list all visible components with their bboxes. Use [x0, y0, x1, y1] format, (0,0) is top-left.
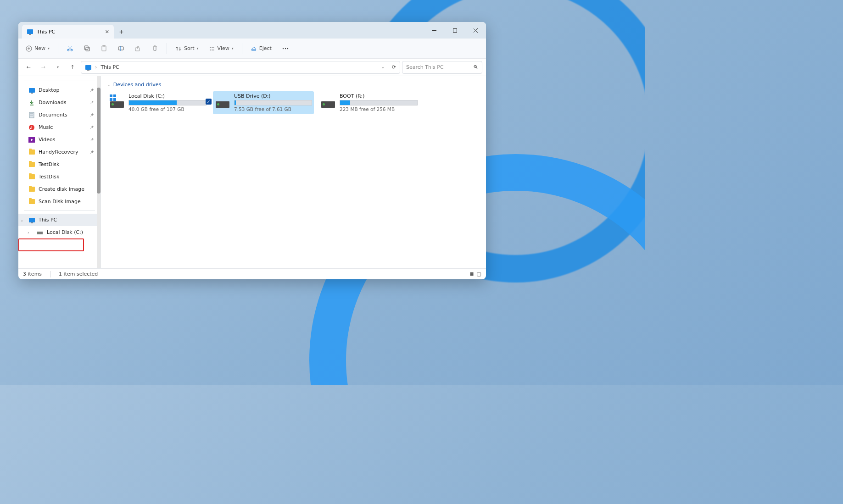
- file-explorer-window: This PC ✕ ＋ New ▾ Sort ▾ Vie: [18, 22, 486, 279]
- drive-name: BOOT (R:): [340, 93, 418, 99]
- separator: [24, 210, 95, 211]
- refresh-button[interactable]: ⟳: [392, 64, 396, 70]
- sidebar-item-label: Downloads: [39, 100, 66, 105]
- chevron-down-icon: ▾: [232, 46, 234, 50]
- separator: [242, 43, 242, 54]
- drive-icon: [37, 229, 43, 236]
- cut-button[interactable]: [63, 42, 77, 55]
- chevron-right-icon[interactable]: ›: [28, 230, 29, 235]
- recent-button[interactable]: ▾: [51, 61, 64, 74]
- drive-local-disk-c-[interactable]: Local Disk (C:) 40.0 GB free of 107 GB: [107, 91, 208, 114]
- drive-name: Local Disk (C:): [128, 93, 207, 99]
- eject-label: Eject: [259, 45, 272, 51]
- sidebar-item-this-pc[interactable]: ⌄ This PC: [18, 214, 100, 226]
- drive-usage-bar: [340, 100, 418, 105]
- chevron-down-icon[interactable]: ⌄: [381, 65, 385, 69]
- sidebar-item-scan-disk-image[interactable]: Scan Disk Image: [18, 195, 100, 208]
- drive-usage-bar: [128, 100, 207, 105]
- details-view-button[interactable]: ≣: [469, 271, 474, 277]
- sidebar-item-local-disk[interactable]: › Local Disk (C:): [18, 226, 100, 238]
- svg-line-9: [68, 46, 72, 50]
- sidebar-item-testdisk[interactable]: TestDisk: [18, 158, 100, 171]
- sidebar-item-music[interactable]: Music 📌︎: [18, 121, 100, 133]
- sidebar-item-label: Music: [39, 124, 53, 130]
- sidebar-item-videos[interactable]: Videos 📌︎: [18, 133, 100, 146]
- scissors-icon: [67, 45, 73, 52]
- chevron-down-icon: ▾: [197, 46, 199, 50]
- close-tab-icon[interactable]: ✕: [105, 29, 109, 35]
- sidebar-item-desktop[interactable]: Desktop 📌︎: [18, 84, 100, 96]
- svg-line-10: [68, 46, 72, 50]
- search-box[interactable]: Search This PC 🔍︎: [402, 61, 482, 74]
- monitor-icon: [85, 64, 91, 71]
- section-devices-header[interactable]: ⌄ Devices and drives: [107, 80, 480, 91]
- sort-label: Sort: [184, 45, 195, 51]
- check-icon: ✓: [206, 99, 212, 105]
- sidebar-scrollbar[interactable]: [97, 76, 100, 268]
- sidebar-item-downloads[interactable]: Downloads 📌︎: [18, 96, 100, 109]
- svg-rect-11: [84, 46, 88, 50]
- share-button[interactable]: [131, 42, 145, 55]
- sidebar-item-documents[interactable]: Documents 📌︎: [18, 109, 100, 121]
- svg-point-24: [285, 48, 286, 49]
- body: Desktop 📌︎ Downloads 📌︎ Documents 📌︎ Mus…: [18, 76, 486, 268]
- separator: [50, 271, 50, 277]
- sort-button[interactable]: Sort ▾: [172, 42, 202, 55]
- pin-icon: 📌︎: [89, 88, 94, 93]
- svg-rect-12: [86, 47, 89, 51]
- drive-boot-r-[interactable]: BOOT (R:) 223 MB free of 256 MB: [318, 91, 419, 114]
- forward-button[interactable]: →: [37, 61, 50, 74]
- sort-icon: [175, 45, 182, 52]
- close-window-button[interactable]: [465, 22, 486, 39]
- svg-rect-1: [453, 28, 457, 32]
- new-tab-button[interactable]: ＋: [114, 25, 128, 39]
- delete-button[interactable]: [148, 42, 162, 55]
- status-selected-count: 1 item selected: [59, 271, 98, 277]
- tab-this-pc[interactable]: This PC ✕: [22, 25, 114, 39]
- svg-point-34: [38, 233, 39, 233]
- folder-icon: [28, 149, 35, 155]
- breadcrumb-root[interactable]: This PC: [100, 64, 119, 70]
- paste-button[interactable]: [97, 42, 111, 55]
- address-bar[interactable]: › This PC ⌄ ⟳: [81, 61, 400, 74]
- sidebar-item-label: TestDisk: [39, 174, 59, 180]
- rename-button[interactable]: [114, 42, 128, 55]
- svg-rect-36: [113, 94, 116, 97]
- svg-rect-38: [113, 98, 116, 101]
- eject-icon: [251, 45, 257, 52]
- sidebar-item-create-disk-image[interactable]: Create disk image: [18, 183, 100, 195]
- copy-button[interactable]: [80, 42, 94, 55]
- new-button[interactable]: New ▾: [22, 42, 53, 55]
- sidebar-this-pc-label: This PC: [39, 217, 57, 223]
- sidebar-item-label: Videos: [39, 137, 56, 143]
- drive-free-text: 40.0 GB free of 107 GB: [128, 106, 207, 112]
- new-label: New: [34, 45, 45, 51]
- eject-button[interactable]: Eject: [247, 42, 275, 55]
- folder-icon: [28, 161, 35, 168]
- folder-icon: [28, 199, 35, 205]
- sidebar-item-testdisk[interactable]: TestDisk: [18, 171, 100, 183]
- chevron-down-icon: ▾: [48, 46, 50, 50]
- drive-usb-drive-d-[interactable]: ✓ USB Drive (D:) 7.53 GB free of 7.61 GB: [213, 91, 314, 114]
- drive-free-text: 223 MB free of 256 MB: [340, 106, 418, 112]
- pin-icon: 📌︎: [89, 125, 94, 130]
- ellipsis-icon: [282, 45, 289, 52]
- back-button[interactable]: ←: [22, 61, 35, 74]
- more-button[interactable]: [278, 42, 293, 55]
- sidebar: Desktop 📌︎ Downloads 📌︎ Documents 📌︎ Mus…: [18, 76, 101, 268]
- sidebar-item-handyrecovery[interactable]: HandyRecovery 📌︎: [18, 146, 100, 158]
- maximize-button[interactable]: [445, 22, 465, 39]
- sidebar-item-label: Scan Disk Image: [39, 199, 81, 205]
- minimize-button[interactable]: [424, 22, 445, 39]
- address-row: ← → ▾ ↑ › This PC ⌄ ⟳ Search This PC 🔍︎: [18, 59, 486, 76]
- separator: [24, 81, 95, 81]
- svg-point-31: [30, 127, 32, 129]
- folder-icon: [28, 186, 35, 193]
- sidebar-item-label: HandyRecovery: [39, 149, 78, 155]
- chevron-down-icon[interactable]: ⌄: [20, 218, 24, 222]
- up-button[interactable]: ↑: [66, 61, 79, 74]
- tiles-view-button[interactable]: ▢: [477, 271, 481, 277]
- plus-circle-icon: [26, 45, 32, 52]
- view-button[interactable]: View ▾: [205, 42, 237, 55]
- view-switcher: ≣ ▢: [469, 271, 481, 277]
